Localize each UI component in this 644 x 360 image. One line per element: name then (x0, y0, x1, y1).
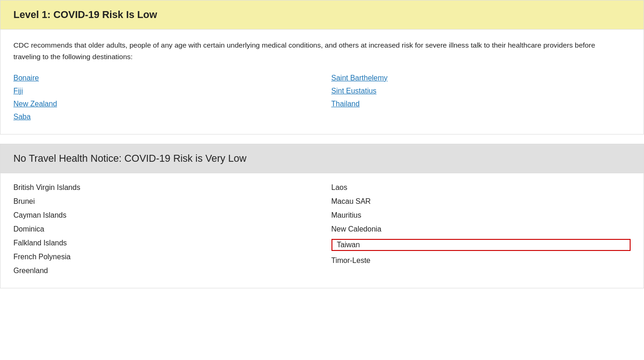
no-notice-section: No Travel Health Notice: COVID-19 Risk i… (0, 144, 644, 288)
country-item: Greenland (13, 267, 313, 275)
destinations-grid: BonaireFijiNew ZealandSaba Saint Barthel… (13, 74, 631, 121)
destinations-right-col: Saint BarthelemySint EustatiusThailand (331, 74, 631, 121)
no-notice-body: British Virgin IslandsBruneiCayman Islan… (0, 173, 644, 288)
destination-link[interactable]: Sint Eustatius (331, 87, 631, 95)
countries-left-col: British Virgin IslandsBruneiCayman Islan… (13, 183, 313, 275)
country-item: Timor-Leste (331, 256, 631, 265)
country-item: Cayman Islands (13, 211, 313, 220)
destination-link[interactable]: New Zealand (13, 100, 313, 108)
countries-right-col: LaosMacau SARMauritiusNew CaledoniaTaiwa… (331, 183, 631, 275)
country-item: Dominica (13, 225, 313, 233)
level1-section: Level 1: COVID-19 Risk Is Low CDC recomm… (0, 0, 644, 134)
country-item: Brunei (13, 197, 313, 206)
no-notice-header: No Travel Health Notice: COVID-19 Risk i… (0, 144, 644, 173)
level1-title: Level 1: COVID-19 Risk Is Low (13, 9, 631, 21)
countries-grid: British Virgin IslandsBruneiCayman Islan… (13, 183, 631, 275)
level1-description: CDC recommends that older adults, people… (13, 40, 614, 63)
level1-header: Level 1: COVID-19 Risk Is Low (0, 0, 644, 30)
country-item-highlighted: Taiwan (331, 239, 631, 251)
country-item: Laos (331, 183, 631, 192)
country-item: British Virgin Islands (13, 183, 313, 192)
destinations-left-col: BonaireFijiNew ZealandSaba (13, 74, 313, 121)
country-item: Macau SAR (331, 197, 631, 206)
destination-link[interactable]: Bonaire (13, 74, 313, 82)
level1-body: CDC recommends that older adults, people… (0, 30, 644, 134)
destination-link[interactable]: Thailand (331, 100, 631, 108)
destination-link[interactable]: Saint Barthelemy (331, 74, 631, 82)
country-item: Falkland Islands (13, 239, 313, 247)
country-item: Mauritius (331, 211, 631, 220)
country-item: New Caledonia (331, 225, 631, 233)
country-item: French Polynesia (13, 253, 313, 261)
destination-link[interactable]: Fiji (13, 87, 313, 95)
no-notice-title: No Travel Health Notice: COVID-19 Risk i… (13, 153, 631, 165)
page-wrapper: Level 1: COVID-19 Risk Is Low CDC recomm… (0, 0, 644, 288)
destination-link[interactable]: Saba (13, 113, 313, 121)
